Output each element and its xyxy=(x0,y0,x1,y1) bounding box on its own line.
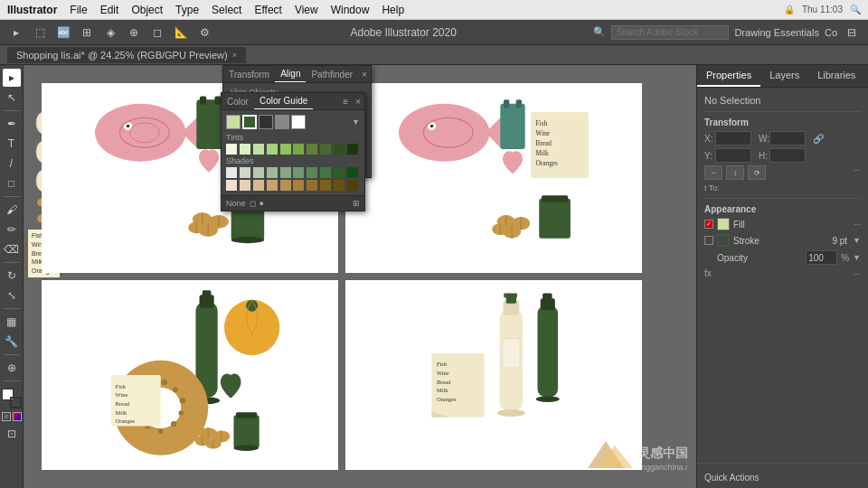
menu-file[interactable]: File xyxy=(70,4,87,16)
toolbar-btn-3[interactable]: 🔤 xyxy=(54,23,72,42)
eyedropper-tool[interactable]: 🔧 xyxy=(3,333,21,351)
artboard-4[interactable]: Fish Wine Bread Milk Oranges xyxy=(345,280,642,470)
w-input[interactable] xyxy=(769,131,806,145)
stroke-swatch[interactable] xyxy=(10,397,22,408)
tab-properties[interactable]: Properties xyxy=(697,65,760,87)
base-color-3[interactable] xyxy=(259,115,273,129)
line-tool[interactable]: / xyxy=(3,155,21,173)
tab-pathfinder[interactable]: Pathfinder xyxy=(306,67,358,82)
tab-libraries[interactable]: Libraries xyxy=(808,65,864,87)
menu-select[interactable]: Select xyxy=(212,4,241,16)
color-guide-tab[interactable]: Color Guide xyxy=(254,93,313,109)
canvas-area[interactable]: FishWineBreadMilkOranges xyxy=(24,65,696,488)
select-tool[interactable]: ▸ xyxy=(3,69,21,87)
transform-btn-3[interactable]: ⟳ xyxy=(748,165,766,180)
align-panel-close[interactable]: × xyxy=(358,70,371,80)
paintbrush-tool[interactable]: 🖌 xyxy=(3,201,21,219)
selector-tool-btn[interactable]: ▸ xyxy=(7,23,25,42)
shade-18[interactable] xyxy=(320,167,331,178)
fill-color-swatch[interactable] xyxy=(717,218,730,230)
shade-22[interactable] xyxy=(240,180,250,191)
type-tool[interactable]: T xyxy=(3,135,21,153)
y-input[interactable] xyxy=(715,148,751,163)
search-icon-mac[interactable]: 🔍 xyxy=(850,5,861,14)
cg-grid-btn[interactable]: ⊞ xyxy=(353,199,360,208)
toolbar-btn-4[interactable]: ⊞ xyxy=(78,23,96,42)
shade-19[interactable] xyxy=(334,167,344,178)
stroke-color-swatch[interactable] xyxy=(717,234,730,247)
base-color-1[interactable] xyxy=(226,115,241,129)
color-tab[interactable]: Color xyxy=(222,94,254,109)
pen-tool[interactable]: ✒ xyxy=(3,115,21,133)
shade-24[interactable] xyxy=(267,180,278,191)
shade-25[interactable] xyxy=(280,180,291,191)
tab-transform[interactable]: Transform xyxy=(223,67,275,82)
base-color-2[interactable] xyxy=(242,115,257,129)
menu-object[interactable]: Object xyxy=(131,4,163,16)
shade-16[interactable] xyxy=(293,167,304,178)
toolbar-btn-5[interactable]: ◈ xyxy=(101,23,119,42)
transform-btn-2[interactable]: ↕ xyxy=(726,165,744,180)
opacity-dropdown-btn[interactable]: ▼ xyxy=(853,253,861,262)
artboard-2[interactable]: Fish Wine Bread Milk Oranges xyxy=(345,83,642,273)
none-btn[interactable]: ⊘ xyxy=(2,412,11,421)
shade-7[interactable] xyxy=(307,144,317,155)
menu-effect[interactable]: Effect xyxy=(254,4,281,16)
artboard-3[interactable]: Fish Wine Bread Milk Oranges xyxy=(42,280,338,470)
wh-link-btn[interactable]: 🔗 xyxy=(813,134,824,144)
pencil-tool[interactable]: ✏ xyxy=(3,221,21,239)
shade-23[interactable] xyxy=(253,180,264,191)
menu-type[interactable]: Type xyxy=(175,4,199,16)
shade-4[interactable] xyxy=(267,144,278,155)
transform-more-btn[interactable]: ··· xyxy=(854,165,861,180)
cg-tool-1[interactable]: ◻ xyxy=(250,199,256,208)
arrange-btn[interactable]: ⊟ xyxy=(843,23,861,42)
rect-tool[interactable]: □ xyxy=(3,174,21,192)
h-input[interactable] xyxy=(769,148,806,163)
shade-17[interactable] xyxy=(307,167,317,178)
shade-2[interactable] xyxy=(240,144,250,155)
scale-tool[interactable]: ⤡ xyxy=(3,286,21,305)
cg-tool-2[interactable]: ● xyxy=(259,199,264,208)
eraser-tool[interactable]: ⌫ xyxy=(3,240,21,258)
search-stock-input[interactable] xyxy=(611,25,729,40)
base-color-4[interactable] xyxy=(275,115,289,129)
toolbar-btn-6[interactable]: ⊕ xyxy=(125,23,143,42)
fill-checkbox[interactable]: ✓ xyxy=(704,220,713,229)
shade-1[interactable] xyxy=(226,144,237,155)
shade-27[interactable] xyxy=(307,180,317,191)
menu-window[interactable]: Window xyxy=(331,4,370,16)
app-menu-illustrator[interactable]: Illustrator xyxy=(7,4,57,16)
toolbar-btn-7[interactable]: ◻ xyxy=(148,23,166,42)
stroke-checkbox[interactable] xyxy=(704,236,713,245)
artboard-tool[interactable]: ⊡ xyxy=(3,425,21,443)
appearance-more-btn[interactable]: ··· xyxy=(854,269,861,278)
shade-20[interactable] xyxy=(347,167,358,178)
base-color-5[interactable] xyxy=(291,115,306,129)
shade-28[interactable] xyxy=(320,180,331,191)
menu-help[interactable]: Help xyxy=(382,4,404,16)
shade-29[interactable] xyxy=(334,180,344,191)
tab-align[interactable]: Align xyxy=(275,66,306,82)
shade-14[interactable] xyxy=(267,167,278,178)
shade-15[interactable] xyxy=(280,167,291,178)
toolbar-btn-2[interactable]: ⬚ xyxy=(31,23,49,42)
x-input[interactable] xyxy=(715,131,751,145)
shade-8[interactable] xyxy=(320,144,331,155)
menu-edit[interactable]: Edit xyxy=(100,4,119,16)
shade-30[interactable] xyxy=(347,180,358,191)
document-tab[interactable]: Shopping lis.ai* @ 24.25% (RGB/GPU Previ… xyxy=(7,47,246,63)
fx-btn[interactable]: fx xyxy=(704,268,712,278)
zoom-tool[interactable]: ⊕ xyxy=(3,359,21,377)
tab-layers[interactable]: Layers xyxy=(760,65,808,87)
shade-9[interactable] xyxy=(334,144,344,155)
menu-view[interactable]: View xyxy=(295,4,318,16)
rotate-tool[interactable]: ↻ xyxy=(3,267,21,285)
toolbar-btn-9[interactable]: ⚙ xyxy=(195,23,213,42)
shade-6[interactable] xyxy=(293,144,304,155)
shade-10[interactable] xyxy=(347,144,358,155)
direct-select-tool[interactable]: ↖ xyxy=(3,89,21,107)
shade-21[interactable] xyxy=(226,180,237,191)
gradient-btn[interactable] xyxy=(13,412,22,421)
fill-more-btn[interactable]: ··· xyxy=(854,220,861,229)
